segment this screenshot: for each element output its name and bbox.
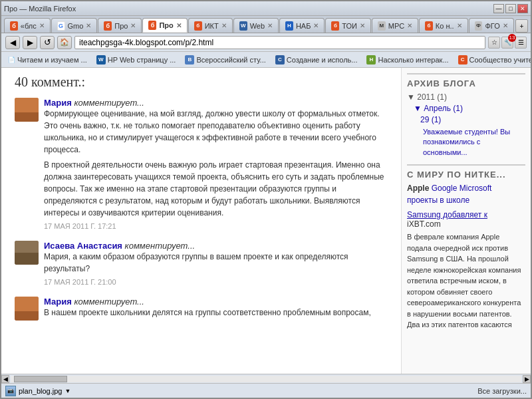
comment-author-1: Мария комментирует... [44, 98, 388, 108]
status-bar-left: 📷 plan_blog.jpg ▼ [5, 386, 70, 396]
bookmark-sozdanie[interactable]: С Создание и исполь... [273, 54, 360, 66]
bookmark-hp[interactable]: W HP Web страницу ... [94, 54, 179, 66]
tab-label-kon: Ко н.. [436, 22, 454, 30]
archive-month-april[interactable]: ▼ Апрель (1) [414, 104, 525, 113]
tab-gmo[interactable]: G Gmo ✕ [51, 18, 98, 33]
bookmark-chitaem[interactable]: 📄 Читаем и изучаем ... [5, 55, 90, 65]
bookmark-favicon-sozdanie: С [275, 55, 285, 65]
sidebar: АРХИВ БЛОГА ▼ 2011 (1) ▼ Апрель (1) 29 (… [401, 68, 531, 374]
title-bar-left: Про — Mozilla Firefox [4, 5, 76, 13]
tab-close-toi[interactable]: ✕ [360, 22, 365, 29]
file-icon: 📷 [5, 386, 16, 396]
status-bar: 📷 plan_blog.jpg ▼ Все загрузки... [1, 383, 531, 398]
ixbt-text: iXBT.com [407, 219, 525, 229]
bookmark-favicon-soob: С [458, 55, 467, 65]
title-bar: Про — Mozilla Firefox — □ ✕ [1, 1, 531, 16]
samsung-link[interactable]: Samsung добавляет к [407, 210, 525, 219]
tab-close-fgo[interactable]: ✕ [503, 22, 508, 29]
tab-label-toi: ТОИ [342, 22, 357, 30]
author-action-text-2: комментирует... [125, 241, 196, 251]
archive-post-29[interactable]: 29 (1) [420, 115, 525, 124]
tab-close-pro1[interactable]: ✕ [130, 22, 136, 29]
bookmark-soob[interactable]: С Сообщество учите... [456, 54, 531, 66]
addon-icon[interactable]: 🔧 13 [501, 37, 513, 49]
comments-header: 40 коммент.: [15, 74, 388, 90]
tab-close-nab[interactable]: ✕ [313, 22, 319, 29]
forward-button[interactable]: ▶ [23, 36, 37, 49]
tab-favicon-mpc: М [378, 21, 386, 31]
downloads-link[interactable]: Все загрузки... [477, 387, 527, 395]
comment-body-2: Исаева Анастасия комментирует... Мария, … [44, 241, 388, 286]
tab-favicon-ikt: б [194, 21, 202, 31]
avatar-maria-1 [15, 98, 39, 122]
close-button[interactable]: ✕ [517, 4, 528, 13]
maximize-button[interactable]: □ [505, 4, 516, 13]
author-action-text-3: комментирует... [74, 297, 144, 307]
status-dropdown-icon[interactable]: ▼ [65, 388, 70, 394]
bookmark-label-soob: Сообщество учите... [469, 56, 531, 64]
tab-close-web[interactable]: ✕ [267, 22, 273, 29]
scroll-thumb[interactable] [14, 376, 67, 382]
window-controls[interactable]: — □ ✕ [493, 4, 528, 13]
minimize-button[interactable]: — [493, 4, 504, 13]
tab-ikt[interactable]: б ИКТ ✕ [188, 18, 233, 33]
tab-bls[interactable]: б «блс ✕ [4, 18, 51, 33]
tab-pro2[interactable]: б Про ✕ [142, 18, 187, 33]
scroll-right-button[interactable]: ▶ [523, 375, 531, 383]
tab-label-pro2: Про [159, 21, 173, 29]
horizontal-scrollbar[interactable]: ◀ ▶ [1, 374, 531, 383]
tab-close-mpc[interactable]: ✕ [407, 22, 412, 29]
bookmark-vseros[interactable]: В Всероссийский сту... [182, 54, 268, 66]
tab-label-ikt: ИКТ [205, 22, 219, 30]
menu-button[interactable]: ☰ [515, 37, 527, 49]
tab-close-ikt[interactable]: ✕ [221, 22, 227, 29]
tab-favicon-pro1: б [104, 21, 112, 31]
tab-label-web: Web [250, 22, 265, 30]
back-button[interactable]: ◀ [5, 36, 20, 49]
projects-link[interactable]: проекты в школе [407, 196, 525, 205]
comment-body-1: Мария комментирует... Формирующее оценив… [44, 98, 388, 230]
news-text: В феврале компания Apple подала очередно… [407, 231, 525, 331]
tab-label-nab: НАБ [296, 22, 311, 30]
reload-button[interactable]: ↺ [40, 36, 55, 49]
tab-close-gmo[interactable]: ✕ [86, 22, 91, 29]
archive-year-2011[interactable]: ▼ 2011 (1) [407, 92, 525, 102]
google-link[interactable]: Google [432, 184, 458, 193]
tab-kon[interactable]: б Ко н.. ✕ [419, 18, 467, 33]
news-title-block: Samsung добавляет к iXBT.com В феврале к… [407, 210, 525, 331]
tab-toi[interactable]: б ТОИ ✕ [325, 18, 371, 33]
tab-close-pro2[interactable]: ✕ [176, 22, 182, 29]
archive-post-title[interactable]: Уважаемые студенты! Вы познакомились с о… [423, 127, 525, 158]
author-action-text-1: комментирует... [74, 98, 144, 108]
bookmark-favicon-vseros: В [185, 55, 194, 65]
new-tab-button[interactable]: + [515, 19, 528, 33]
tab-pro1[interactable]: б Про ✕ [98, 18, 142, 33]
tab-favicon-nab: Н [285, 21, 293, 31]
comment-text-3: В нашем проекте школьники делятся на гру… [44, 307, 388, 319]
author-name-3: Мария [44, 297, 72, 307]
bookmark-favicon-naskol: Н [366, 55, 376, 65]
tab-close-kon[interactable]: ✕ [457, 22, 462, 29]
page-content: 40 коммент.: Мария комментирует... Форми… [1, 68, 401, 374]
comment-body-3: Мария комментирует... В нашем проекте шк… [44, 297, 388, 322]
comment-text-1b: В проектной деятельности очень важную ро… [44, 159, 388, 219]
tab-favicon-gmo: G [57, 21, 65, 31]
sidebar-archive-block: АРХИВ БЛОГА ▼ 2011 (1) ▼ Апрель (1) 29 (… [407, 73, 525, 158]
bookmark-naskol[interactable]: Н Насколько интерак... [364, 54, 451, 66]
microsoft-link[interactable]: Microsoft [460, 184, 492, 193]
url-input[interactable] [74, 36, 485, 49]
tab-fgo[interactable]: Ф ФГО ✕ [469, 18, 514, 33]
browser-window: Про — Mozilla Firefox — □ ✕ б «блс ✕ G G… [0, 0, 532, 399]
tab-close-bls[interactable]: ✕ [39, 22, 45, 29]
bookmark-label-hp: HP Web страницу ... [108, 56, 176, 64]
bookmark-star-icon[interactable]: ☆ [488, 37, 500, 49]
scroll-left-button[interactable]: ◀ [1, 375, 9, 383]
comment-text-2: Мария, а каким образом образуются группы… [44, 251, 388, 275]
tab-mpc[interactable]: М МРС ✕ [372, 18, 418, 33]
tab-web[interactable]: W Web ✕ [233, 18, 279, 33]
home-button[interactable]: 🏠 [57, 36, 72, 49]
author-name-2: Исаева Анастасия [44, 241, 122, 251]
tab-nab[interactable]: Н НАБ ✕ [279, 18, 325, 33]
comment-1: Мария комментирует... Формирующее оценив… [15, 98, 388, 230]
scroll-track [11, 376, 521, 382]
